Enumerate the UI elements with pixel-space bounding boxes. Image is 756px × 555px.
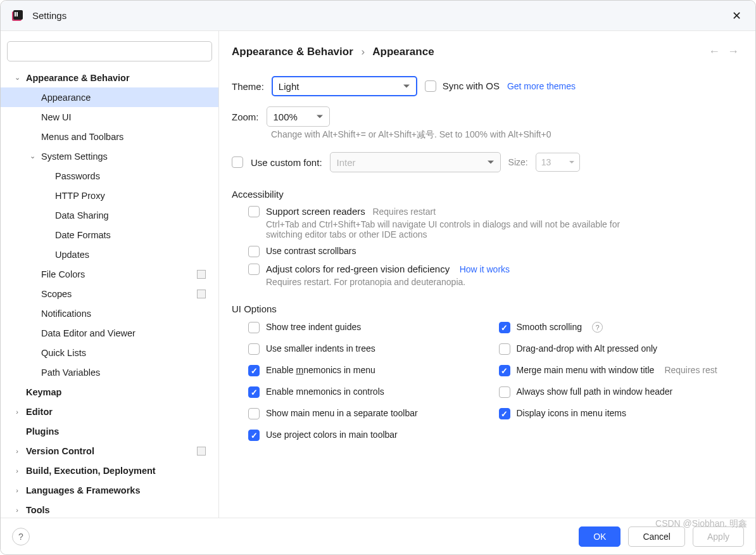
ui-option-checkbox[interactable] (248, 408, 260, 419)
sidebar-item-data-sharing[interactable]: Data Sharing (1, 205, 218, 225)
sidebar-item-plugins[interactable]: Plugins (1, 421, 218, 441)
font-size-label: Size: (508, 157, 528, 167)
ui-option-checkbox[interactable] (499, 343, 510, 355)
zoom-select[interactable]: 100% (267, 106, 330, 127)
colorblind-checkbox[interactable] (248, 264, 260, 275)
ui-option-checkbox[interactable] (248, 386, 260, 398)
sidebar-item-tools[interactable]: ›Tools (1, 500, 218, 518)
chevron-right-icon[interactable]: › (12, 467, 22, 475)
theme-select[interactable]: Light (272, 76, 417, 96)
ui-option-label: Use smaller indents in trees (266, 343, 375, 354)
ui-option-checkbox[interactable] (499, 386, 510, 398)
chevron-right-icon[interactable]: › (12, 447, 22, 455)
ui-option-checkbox[interactable] (248, 430, 260, 441)
chevron-down-icon[interactable]: ⌄ (12, 73, 22, 82)
chevron-down-icon[interactable]: ⌄ (27, 152, 37, 160)
sidebar-item-http-proxy[interactable]: HTTP Proxy (1, 186, 218, 205)
ui-option-label: Display icons in menu items (517, 408, 627, 418)
ui-option-use-project-colors-in-main-toolbar: Use project colors in main toolbar (248, 430, 493, 441)
custom-font-label: Use custom font: (251, 157, 322, 168)
ok-button[interactable]: OK (579, 526, 621, 547)
help-icon[interactable]: ? (592, 322, 603, 333)
sidebar-item-appearance-behavior[interactable]: ⌄Appearance & Behavior (1, 68, 218, 87)
sidebar-item-appearance[interactable]: Appearance (1, 87, 218, 107)
sidebar-item-label: Path Variables (41, 367, 100, 378)
ui-option-checkbox[interactable] (499, 408, 510, 419)
titlebar: Settings ✕ (1, 1, 755, 31)
main-panel: Appearance & Behavior › Appearance ← → T… (219, 31, 755, 518)
ui-option-checkbox[interactable] (499, 322, 510, 333)
ui-option-enable-mnemonics-in-controls: Enable mnemonics in controls (248, 386, 493, 398)
ui-option-label: Merge main menu with window title (517, 365, 655, 375)
sidebar-item-quick-lists[interactable]: Quick Lists (1, 343, 218, 362)
font-family-select[interactable]: Inter (330, 152, 501, 172)
sidebar-item-version-control[interactable]: ›Version Control (1, 441, 218, 461)
app-icon (11, 10, 23, 22)
sidebar-item-languages-frameworks[interactable]: ›Languages & Frameworks (1, 480, 218, 500)
chevron-right-icon[interactable]: › (12, 487, 22, 494)
ui-options-title: UI Options (232, 303, 743, 314)
sidebar-item-date-formats[interactable]: Date Formats (1, 225, 218, 245)
ui-option-label: Show main menu in a separate toolbar (266, 408, 418, 418)
ui-option-enable-mnemonics-in-menu: Enable mnemonics in menu (248, 365, 493, 376)
ui-option-label: Use project colors in main toolbar (266, 430, 398, 440)
sidebar-item-passwords[interactable]: Passwords (1, 166, 218, 186)
ui-option-label: Enable mnemonics in menu (266, 365, 375, 375)
settings-tree[interactable]: ⌄Appearance & BehaviorAppearanceNew UIMe… (1, 68, 218, 518)
ui-option-checkbox[interactable] (248, 343, 260, 355)
ui-option-label: Smooth scrolling (517, 322, 583, 332)
cancel-button[interactable]: Cancel (628, 526, 685, 547)
sync-os-checkbox[interactable] (425, 80, 436, 92)
sidebar-item-file-colors[interactable]: File Colors (1, 264, 218, 284)
nav-back-icon[interactable]: ← (705, 42, 724, 61)
ui-option-label: Always show full path in window header (517, 386, 673, 397)
sidebar-item-label: Tools (26, 505, 50, 515)
ui-option-drag-and-drop-with-alt-pressed-only: Drag-and-drop with Alt pressed only (499, 343, 743, 355)
apply-button[interactable]: Apply (693, 526, 744, 547)
sidebar: ⌕ ⌄Appearance & BehaviorAppearanceNew UI… (1, 31, 219, 518)
sidebar-item-notifications[interactable]: Notifications (1, 303, 218, 323)
help-button[interactable]: ? (12, 528, 30, 545)
project-badge-icon (197, 447, 206, 456)
chevron-right-icon[interactable]: › (12, 408, 22, 416)
custom-font-checkbox[interactable] (232, 156, 243, 168)
ui-option-smooth-scrolling: Smooth scrolling? (499, 322, 743, 333)
dialog-footer: ? OK Cancel Apply (1, 518, 755, 554)
sidebar-item-label: New UI (41, 112, 72, 122)
sidebar-item-updates[interactable]: Updates (1, 245, 218, 264)
sidebar-item-new-ui[interactable]: New UI (1, 107, 218, 127)
search-input[interactable] (7, 41, 212, 61)
font-size-input[interactable]: 13 (536, 153, 580, 172)
sidebar-item-label: Appearance & Behavior (26, 73, 130, 83)
sidebar-item-menus-and-toolbars[interactable]: Menus and Toolbars (1, 127, 218, 146)
ui-option-checkbox[interactable] (248, 322, 260, 333)
get-themes-link[interactable]: Get more themes (507, 81, 576, 91)
screen-readers-checkbox[interactable] (248, 206, 260, 217)
sidebar-item-label: Updates (55, 250, 89, 260)
sidebar-item-keymap[interactable]: Keymap (1, 382, 218, 402)
sidebar-item-label: Scopes (41, 289, 72, 299)
how-it-works-link[interactable]: How it works (460, 264, 510, 274)
ui-option-label: Drag-and-drop with Alt pressed only (517, 343, 658, 354)
contrast-scrollbars-checkbox[interactable] (248, 246, 260, 257)
ui-option-checkbox[interactable] (499, 365, 510, 376)
sidebar-item-data-editor-and-viewer[interactable]: Data Editor and Viewer (1, 323, 218, 343)
sidebar-item-label: Quick Lists (41, 348, 86, 358)
sidebar-item-label: Keymap (26, 387, 61, 397)
sidebar-item-scopes[interactable]: Scopes (1, 284, 218, 303)
chevron-right-icon[interactable]: › (12, 506, 22, 514)
sidebar-item-label: Editor (26, 407, 53, 417)
sidebar-item-editor[interactable]: ›Editor (1, 402, 218, 421)
sidebar-item-system-settings[interactable]: ⌄System Settings (1, 146, 218, 166)
sidebar-item-label: Menus and Toolbars (41, 132, 123, 142)
sidebar-item-path-variables[interactable]: Path Variables (1, 362, 218, 382)
svg-rect-3 (16, 12, 18, 16)
ui-option-checkbox[interactable] (248, 365, 260, 376)
sidebar-item-label: Notifications (41, 309, 91, 319)
nav-forward-icon[interactable]: → (724, 42, 743, 61)
sidebar-item-label: Languages & Frameworks (26, 485, 141, 495)
close-icon[interactable]: ✕ (728, 6, 745, 25)
sidebar-item-build-execution-deployment[interactable]: ›Build, Execution, Deployment (1, 461, 218, 480)
sidebar-item-label: Appearance (41, 92, 91, 103)
theme-label: Theme: (232, 81, 264, 92)
